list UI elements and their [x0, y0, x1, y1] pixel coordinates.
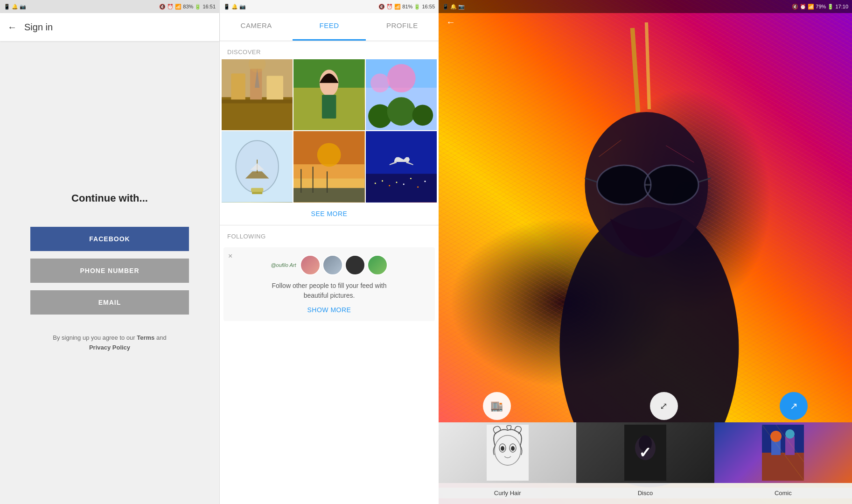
disco-selected-check: ✓ — [639, 444, 651, 462]
svg-rect-55 — [487, 425, 529, 481]
avatar-1 — [300, 255, 321, 275]
store-button[interactable]: 🏬 — [483, 392, 511, 420]
curly-hair-thumbnail — [487, 425, 529, 481]
svg-point-18 — [370, 73, 390, 92]
continue-heading: Continue with... — [71, 192, 148, 204]
feed-panel: 📱 🔔 📷 🔇 ⏰ 📶 81% 🔋 16:55 CAMERA FEED PROF… — [219, 0, 439, 504]
curly-hair-label: Curly Hair — [439, 488, 576, 498]
status-right-3: 🔇 ⏰ 📶 79% 🔋 17:10 — [792, 4, 848, 10]
status-right-2: 🔇 ⏰ 📶 81% 🔋 16:55 — [378, 4, 435, 10]
svg-rect-29 — [313, 167, 314, 193]
svg-rect-33 — [366, 174, 437, 203]
filter-curly-hair[interactable]: Curly Hair — [439, 422, 576, 504]
svg-point-68 — [770, 431, 782, 442]
signin-panel: 📱 🔔 📷 🔇 ⏰ 📶 83% 🔋 16:51 ← Sign in Contin… — [0, 0, 219, 504]
photo-paris[interactable] — [222, 59, 293, 130]
art-panel: 📱 🔔 📷 🔇 ⏰ 📶 79% 🔋 17:10 ← — [439, 0, 852, 504]
svg-point-69 — [785, 429, 795, 439]
disco-label: Disco — [576, 488, 714, 498]
discover-grid — [222, 59, 437, 203]
art-filters-row: Curly Hair ✓ Disco — [439, 422, 852, 504]
status-right: 🔇 ⏰ 📶 83% 🔋 16:51 — [159, 4, 216, 10]
discover-label: DISCOVER — [220, 41, 439, 59]
following-label: FOLLOWING — [220, 225, 439, 244]
filter-thumb-curly — [439, 422, 576, 483]
status-bar-2: 📱 🔔 📷 🔇 ⏰ 📶 81% 🔋 16:55 — [220, 0, 439, 13]
svg-point-17 — [387, 64, 415, 92]
svg-point-38 — [403, 184, 404, 185]
status-icons-left-2: 📱 🔔 📷 — [223, 4, 246, 10]
photo-trees[interactable] — [366, 59, 437, 130]
svg-point-39 — [410, 178, 412, 179]
feed-tabs: CAMERA FEED PROFILE — [220, 13, 439, 41]
feed-scroll[interactable]: DISCOVER — [220, 41, 439, 504]
svg-point-31 — [317, 143, 341, 167]
filter-comic[interactable]: Comic — [714, 422, 852, 504]
comic-label: Comic — [714, 488, 852, 498]
tab-feed[interactable]: FEED — [293, 13, 365, 41]
svg-point-36 — [389, 185, 390, 187]
svg-rect-28 — [301, 169, 302, 193]
comic-thumbnail — [762, 425, 804, 481]
show-more-button[interactable]: SHOW MORE — [231, 306, 427, 314]
photo-bulb[interactable] — [222, 131, 293, 202]
filter-disco[interactable]: ✓ Disco — [576, 422, 714, 504]
tab-profile[interactable]: PROFILE — [366, 13, 439, 41]
close-button[interactable]: × — [228, 252, 232, 260]
status-icons-left-3: 📱 🔔 📷 — [442, 4, 465, 10]
following-card: × @oufilo Art Follow other people to fil… — [223, 247, 435, 321]
terms-link[interactable]: Terms — [137, 334, 154, 341]
svg-rect-65 — [762, 453, 804, 481]
svg-rect-27 — [293, 188, 364, 202]
follow-description: Follow other people to fill your feed wi… — [231, 281, 427, 301]
svg-rect-21 — [251, 188, 263, 192]
svg-point-35 — [382, 180, 383, 182]
svg-rect-4 — [266, 76, 283, 102]
svg-point-37 — [396, 182, 397, 183]
signin-title: Sign in — [24, 22, 53, 33]
svg-rect-5 — [222, 99, 293, 103]
svg-rect-11 — [322, 95, 336, 119]
svg-point-15 — [387, 97, 415, 126]
facebook-button[interactable]: FACEBOOK — [30, 227, 189, 251]
status-bar-1: 📱 🔔 📷 🔇 ⏰ 📶 83% 🔋 16:51 — [0, 0, 219, 13]
privacy-link[interactable]: Privacy Policy — [89, 344, 130, 351]
svg-rect-22 — [252, 192, 262, 194]
status-icons-left: 📱 🔔 📷 — [4, 4, 26, 10]
photo-girl[interactable] — [293, 59, 364, 130]
avatar-4 — [367, 255, 388, 275]
follow-avatars: @oufilo Art — [231, 255, 427, 275]
svg-point-40 — [417, 187, 419, 188]
photo-sunset[interactable] — [293, 131, 364, 202]
filter-thumb-comic — [714, 422, 852, 483]
avatar-3 — [345, 255, 365, 275]
signin-body: Continue with... FACEBOOK PHONE NUMBER E… — [0, 41, 219, 504]
avatar-2 — [322, 255, 343, 275]
art-back-button[interactable]: ← — [446, 17, 455, 28]
email-button[interactable]: EMAIL — [30, 290, 189, 315]
back-button[interactable]: ← — [7, 22, 17, 33]
phone-number-button[interactable]: PHONE NUMBER — [30, 259, 189, 283]
see-more-button[interactable]: SEE MORE — [220, 203, 439, 225]
filter-thumb-disco: ✓ — [576, 422, 714, 483]
status-bar-3: 📱 🔔 📷 🔇 ⏰ 📶 79% 🔋 17:10 — [439, 0, 852, 13]
svg-rect-2 — [231, 73, 245, 102]
photo-plane[interactable] — [366, 131, 437, 202]
tab-camera[interactable]: CAMERA — [220, 13, 293, 41]
crop-button[interactable]: ⤢ — [650, 392, 678, 420]
signin-header: ← Sign in — [0, 13, 219, 41]
svg-point-41 — [424, 181, 426, 182]
svg-point-16 — [412, 105, 433, 126]
svg-point-60 — [511, 446, 515, 451]
share-button[interactable]: ↗ — [780, 392, 808, 420]
art-bottom-controls: 🏬 ⤢ ↗ — [439, 392, 852, 420]
svg-rect-30 — [327, 172, 328, 193]
svg-point-59 — [501, 446, 504, 451]
svg-point-34 — [374, 183, 376, 184]
terms-text: By signing up you agree to our Terms and… — [53, 333, 166, 353]
brand-tag: @oufilo Art — [271, 262, 296, 268]
